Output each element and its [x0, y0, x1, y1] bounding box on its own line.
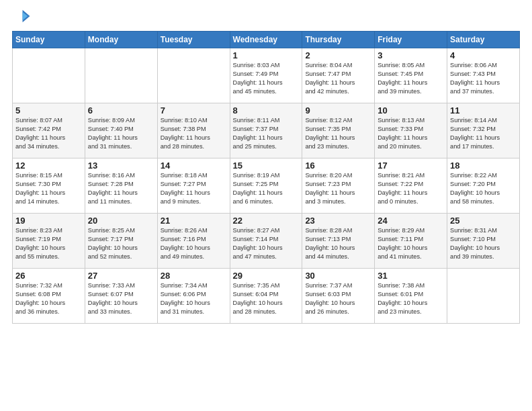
calendar-body: 1Sunrise: 8:03 AM Sunset: 7:49 PM Daylig… [13, 48, 520, 324]
calendar-cell: 19Sunrise: 8:23 AM Sunset: 7:19 PM Dayli… [13, 214, 85, 269]
day-info: Sunrise: 8:09 AM Sunset: 7:40 PM Dayligh… [88, 116, 154, 151]
day-number: 27 [88, 271, 154, 281]
calendar-header: SundayMondayTuesdayWednesdayThursdayFrid… [13, 32, 520, 48]
day-info: Sunrise: 8:10 AM Sunset: 7:38 PM Dayligh… [161, 116, 227, 151]
calendar-table: SundayMondayTuesdayWednesdayThursdayFrid… [12, 31, 520, 324]
calendar-cell: 5Sunrise: 8:07 AM Sunset: 7:42 PM Daylig… [13, 103, 85, 158]
day-number: 14 [161, 161, 227, 171]
calendar-cell: 26Sunrise: 7:32 AM Sunset: 6:08 PM Dayli… [13, 269, 85, 324]
day-info: Sunrise: 7:33 AM Sunset: 6:07 PM Dayligh… [88, 281, 154, 316]
day-info: Sunrise: 8:15 AM Sunset: 7:30 PM Dayligh… [15, 171, 82, 206]
calendar-cell: 23Sunrise: 8:28 AM Sunset: 7:13 PM Dayli… [302, 214, 375, 269]
calendar-cell: 28Sunrise: 7:34 AM Sunset: 6:06 PM Dayli… [157, 269, 230, 324]
day-number: 24 [378, 216, 444, 226]
day-info: Sunrise: 8:06 AM Sunset: 7:43 PM Dayligh… [450, 61, 517, 96]
calendar-week-row: 1Sunrise: 8:03 AM Sunset: 7:49 PM Daylig… [13, 48, 520, 103]
day-info: Sunrise: 8:22 AM Sunset: 7:20 PM Dayligh… [450, 171, 517, 206]
day-info: Sunrise: 8:11 AM Sunset: 7:37 PM Dayligh… [233, 116, 300, 151]
calendar-week-row: 19Sunrise: 8:23 AM Sunset: 7:19 PM Dayli… [13, 214, 520, 269]
calendar-week-row: 5Sunrise: 8:07 AM Sunset: 7:42 PM Daylig… [13, 103, 520, 158]
day-number: 28 [161, 271, 227, 281]
day-number: 23 [305, 216, 371, 226]
day-info: Sunrise: 8:27 AM Sunset: 7:14 PM Dayligh… [233, 226, 300, 261]
day-info: Sunrise: 7:38 AM Sunset: 6:01 PM Dayligh… [378, 281, 444, 316]
calendar-cell: 29Sunrise: 7:35 AM Sunset: 6:04 PM Dayli… [230, 269, 302, 324]
calendar-cell: 21Sunrise: 8:26 AM Sunset: 7:16 PM Dayli… [157, 214, 230, 269]
day-number: 17 [378, 161, 444, 171]
calendar-cell: 24Sunrise: 8:29 AM Sunset: 7:11 PM Dayli… [375, 214, 447, 269]
calendar-cell [85, 48, 157, 103]
day-number: 31 [378, 271, 444, 281]
day-info: Sunrise: 8:14 AM Sunset: 7:32 PM Dayligh… [450, 116, 517, 151]
day-info: Sunrise: 8:16 AM Sunset: 7:28 PM Dayligh… [88, 171, 154, 206]
calendar-cell: 30Sunrise: 7:37 AM Sunset: 6:03 PM Dayli… [302, 269, 375, 324]
day-info: Sunrise: 8:07 AM Sunset: 7:42 PM Dayligh… [15, 116, 82, 151]
day-info: Sunrise: 8:25 AM Sunset: 7:17 PM Dayligh… [88, 226, 154, 261]
day-info: Sunrise: 8:20 AM Sunset: 7:23 PM Dayligh… [305, 171, 371, 206]
calendar-cell: 31Sunrise: 7:38 AM Sunset: 6:01 PM Dayli… [375, 269, 447, 324]
day-info: Sunrise: 8:19 AM Sunset: 7:25 PM Dayligh… [233, 171, 300, 206]
day-info: Sunrise: 8:26 AM Sunset: 7:16 PM Dayligh… [161, 226, 227, 261]
day-info: Sunrise: 7:37 AM Sunset: 6:03 PM Dayligh… [305, 281, 371, 316]
weekday-header: Tuesday [157, 32, 230, 48]
calendar-cell: 10Sunrise: 8:13 AM Sunset: 7:33 PM Dayli… [375, 103, 447, 158]
day-number: 18 [450, 161, 517, 171]
day-number: 7 [161, 105, 227, 116]
day-number: 6 [88, 105, 154, 116]
day-number: 2 [305, 50, 371, 60]
day-number: 19 [15, 216, 82, 226]
day-info: Sunrise: 8:28 AM Sunset: 7:13 PM Dayligh… [305, 226, 371, 261]
calendar-cell: 3Sunrise: 8:05 AM Sunset: 7:45 PM Daylig… [375, 48, 447, 103]
calendar-cell: 13Sunrise: 8:16 AM Sunset: 7:28 PM Dayli… [85, 158, 157, 214]
calendar-cell: 14Sunrise: 8:18 AM Sunset: 7:27 PM Dayli… [157, 158, 230, 214]
calendar-cell [13, 48, 85, 103]
day-number: 22 [233, 216, 300, 226]
calendar-cell: 20Sunrise: 8:25 AM Sunset: 7:17 PM Dayli… [85, 214, 157, 269]
day-info: Sunrise: 7:32 AM Sunset: 6:08 PM Dayligh… [15, 281, 82, 316]
calendar-cell: 27Sunrise: 7:33 AM Sunset: 6:07 PM Dayli… [85, 269, 157, 324]
calendar-cell: 22Sunrise: 8:27 AM Sunset: 7:14 PM Dayli… [230, 214, 302, 269]
weekday-header: Wednesday [230, 32, 302, 48]
calendar-cell: 1Sunrise: 8:03 AM Sunset: 7:49 PM Daylig… [230, 48, 302, 103]
logo [12, 7, 34, 26]
day-info: Sunrise: 7:34 AM Sunset: 6:06 PM Dayligh… [161, 281, 227, 316]
day-number: 11 [450, 105, 517, 116]
day-number: 9 [305, 105, 371, 116]
header [12, 7, 520, 26]
day-info: Sunrise: 8:03 AM Sunset: 7:49 PM Dayligh… [233, 61, 300, 96]
day-number: 25 [450, 216, 517, 226]
day-info: Sunrise: 8:04 AM Sunset: 7:47 PM Dayligh… [305, 61, 371, 96]
weekday-header: Sunday [13, 32, 85, 48]
calendar-week-row: 12Sunrise: 8:15 AM Sunset: 7:30 PM Dayli… [13, 158, 520, 214]
day-number: 29 [233, 271, 300, 281]
day-number: 3 [378, 50, 444, 60]
calendar-cell [447, 269, 520, 324]
day-number: 26 [15, 271, 82, 281]
day-info: Sunrise: 8:13 AM Sunset: 7:33 PM Dayligh… [378, 116, 444, 151]
calendar-cell: 8Sunrise: 8:11 AM Sunset: 7:37 PM Daylig… [230, 103, 302, 158]
calendar-cell: 25Sunrise: 8:31 AM Sunset: 7:10 PM Dayli… [447, 214, 520, 269]
calendar-cell [157, 48, 230, 103]
weekday-header: Friday [375, 32, 447, 48]
calendar-cell: 15Sunrise: 8:19 AM Sunset: 7:25 PM Dayli… [230, 158, 302, 214]
weekday-header: Monday [85, 32, 157, 48]
day-number: 5 [15, 105, 82, 116]
day-info: Sunrise: 7:35 AM Sunset: 6:04 PM Dayligh… [233, 281, 300, 316]
day-info: Sunrise: 8:23 AM Sunset: 7:19 PM Dayligh… [15, 226, 82, 261]
day-number: 12 [15, 161, 82, 171]
logo-icon [12, 7, 31, 26]
day-number: 21 [161, 216, 227, 226]
calendar-cell: 7Sunrise: 8:10 AM Sunset: 7:38 PM Daylig… [157, 103, 230, 158]
day-info: Sunrise: 8:12 AM Sunset: 7:35 PM Dayligh… [305, 116, 371, 151]
day-number: 15 [233, 161, 300, 171]
calendar-cell: 4Sunrise: 8:06 AM Sunset: 7:43 PM Daylig… [447, 48, 520, 103]
calendar-cell: 2Sunrise: 8:04 AM Sunset: 7:47 PM Daylig… [302, 48, 375, 103]
calendar-cell: 18Sunrise: 8:22 AM Sunset: 7:20 PM Dayli… [447, 158, 520, 214]
weekday-header: Saturday [447, 32, 520, 48]
day-info: Sunrise: 8:31 AM Sunset: 7:10 PM Dayligh… [450, 226, 517, 261]
day-info: Sunrise: 8:05 AM Sunset: 7:45 PM Dayligh… [378, 61, 444, 96]
calendar-cell: 11Sunrise: 8:14 AM Sunset: 7:32 PM Dayli… [447, 103, 520, 158]
day-number: 10 [378, 105, 444, 116]
calendar-cell: 12Sunrise: 8:15 AM Sunset: 7:30 PM Dayli… [13, 158, 85, 214]
page: SundayMondayTuesdayWednesdayThursdayFrid… [0, 0, 532, 411]
